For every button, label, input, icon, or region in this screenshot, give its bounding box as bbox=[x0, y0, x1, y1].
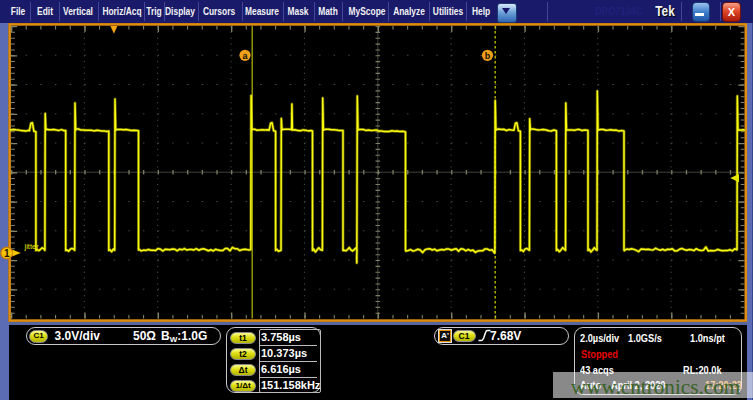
svg-text:jitter: jitter bbox=[24, 242, 40, 251]
svg-text:1: 1 bbox=[4, 248, 10, 259]
svg-text:b: b bbox=[485, 51, 491, 61]
